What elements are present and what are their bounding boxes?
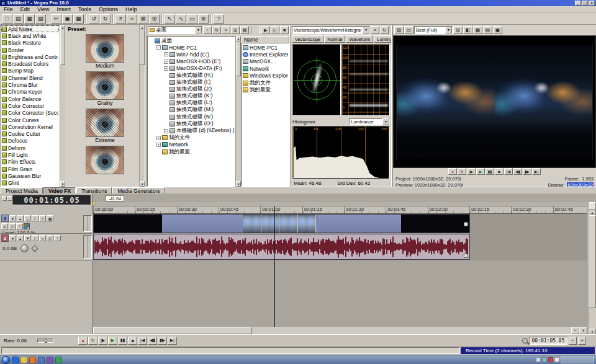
tree-expander-icon[interactable]: + — [164, 129, 168, 133]
tray-network-icon[interactable] — [542, 357, 547, 362]
histogram-mode-dropdown[interactable]: Luminance ▼ — [349, 118, 390, 125]
tree-expander-icon[interactable] — [164, 94, 168, 99]
mute-button[interactable]: ∅ — [9, 223, 16, 229]
scroll-up-icon[interactable]: ▲ — [236, 36, 241, 42]
chevron-down-icon[interactable]: ▼ — [195, 27, 202, 33]
track-fx-button[interactable]: ƒ — [32, 235, 38, 241]
properties-button[interactable]: ▧ — [35, 14, 46, 24]
loop-playback-button[interactable]: ↻ — [458, 168, 466, 175]
arm-for-record-button[interactable]: ● — [24, 235, 31, 241]
address-dropdown[interactable]: 桌面 ▼ — [148, 26, 202, 34]
tree-item[interactable]: + Network — [148, 141, 235, 148]
scroll-down-icon[interactable]: ▼ — [60, 181, 65, 187]
fx-list-item[interactable]: Convolution Kernel — [1, 123, 59, 130]
fader-handle[interactable] — [31, 245, 38, 252]
copy-button[interactable]: ▣ — [62, 14, 73, 24]
taskbar-app-purple-icon[interactable] — [47, 357, 53, 363]
file-item[interactable]: Windows Explorer — [242, 73, 289, 79]
zoom-edit-tool-button[interactable]: ⊕ — [198, 14, 209, 24]
start-preview-button[interactable]: ▶ — [261, 26, 270, 34]
fx-list-item[interactable]: Brightness and Contrast — [1, 53, 59, 60]
marker-bar[interactable] — [93, 202, 587, 206]
preview-quality-dropdown[interactable]: Best (Full) ▼ — [414, 26, 453, 34]
timecode-display[interactable]: 00:01:05.05 — [12, 195, 91, 205]
tree-item[interactable]: 我的最愛 — [148, 148, 235, 155]
edit-cursor[interactable] — [274, 206, 275, 327]
taskbar-folder-icon[interactable] — [20, 357, 27, 363]
tree-item[interactable]: 抽換式磁碟 (H:) — [148, 72, 235, 79]
preset-item[interactable]: Grainy — [86, 71, 124, 106]
fx-list-item[interactable]: Chroma Keyer — [1, 89, 59, 95]
preset-thumbnail[interactable] — [86, 146, 124, 174]
separator[interactable] — [161, 14, 163, 23]
fx-list-item[interactable]: Cookie Cutter — [1, 130, 59, 137]
menu-edit[interactable]: Edit — [17, 6, 34, 13]
redo-button[interactable]: ↻ — [100, 14, 111, 24]
tree-item[interactable]: + Win7-hdd (C:) — [148, 51, 235, 58]
ruler-mark[interactable]: 00:00:30 — [177, 206, 219, 213]
menu-insert[interactable]: Insert — [53, 6, 74, 13]
record-button[interactable]: ● — [448, 168, 457, 175]
tree-expander-icon[interactable] — [164, 73, 168, 78]
next-frame-button[interactable]: ▮▶ — [158, 337, 167, 345]
undo-button[interactable]: ↺ — [89, 14, 99, 24]
name-column-header[interactable]: Name — [242, 36, 289, 43]
play-from-start-button[interactable]: |▶ — [98, 337, 107, 345]
mute-button[interactable]: ∅ — [47, 235, 53, 241]
fx-list-item[interactable]: Color Balance — [1, 95, 59, 102]
scope-type-dropdown[interactable]: Vectorscope/Waveform/Histogram ▼ — [292, 26, 370, 34]
loop-playback-button[interactable]: ↻ — [88, 337, 97, 345]
copy-snapshot-button[interactable]: ▤ — [483, 26, 492, 34]
fx-list-item[interactable]: Black Restore — [1, 40, 59, 47]
event-fx-button[interactable] — [464, 254, 468, 258]
video-track-row[interactable] — [93, 214, 587, 234]
selection-edit-tool-button[interactable]: ▭ — [187, 14, 197, 24]
maximize-button[interactable]: ▢ — [582, 1, 588, 6]
open-button[interactable]: ▤ — [13, 14, 24, 24]
timeline-empty-area[interactable] — [93, 260, 587, 334]
previous-frame-button[interactable]: ◀▮ — [513, 168, 522, 175]
ruler-mark[interactable]: 00:01:30 — [344, 206, 386, 213]
tree-expander-icon[interactable]: + — [156, 136, 161, 140]
tree-item[interactable]: - HOME-PC1 — [148, 44, 235, 51]
track-fx-button[interactable]: ƒ — [32, 215, 38, 221]
tray-language-icon[interactable] — [554, 357, 559, 362]
scroll-down-icon[interactable]: ▼ — [236, 181, 241, 187]
fx-list-item[interactable]: Defocus — [1, 138, 59, 144]
preset-thumbnail[interactable] — [86, 71, 124, 100]
separator[interactable] — [112, 14, 114, 23]
new-folder-button[interactable]: ⊞ — [231, 26, 240, 34]
tree-item[interactable]: 抽換式磁碟 (L:) — [148, 100, 235, 107]
go-to-start-button[interactable]: |◀ — [504, 168, 513, 175]
preset-item[interactable] — [86, 146, 124, 180]
taskbar-ie-icon[interactable] — [12, 357, 19, 363]
track-motion-button[interactable]: ◇ — [24, 215, 31, 221]
fx-list-item[interactable]: Glint — [1, 180, 59, 187]
minimize-button[interactable]: _ — [575, 1, 581, 6]
menu-view[interactable]: View — [34, 6, 53, 13]
normal-edit-tool-button[interactable]: ↖ — [165, 14, 175, 24]
save-button[interactable]: ▦ — [24, 14, 35, 24]
tree-item[interactable]: + MacOSX-HDD (E:) — [148, 58, 235, 65]
play-button[interactable]: ▶ — [108, 337, 117, 345]
fx-list-scrollbar[interactable]: ▲ ▼ — [60, 25, 65, 187]
cursor-timecode[interactable]: 00:01:05.05 — [529, 337, 567, 345]
paste-button[interactable]: ▩ — [73, 14, 84, 24]
tree-expander-icon[interactable] — [164, 80, 168, 84]
tree-expander-icon[interactable] — [164, 108, 168, 112]
start-button[interactable] — [2, 356, 10, 364]
previous-frame-button[interactable]: ◀▮ — [148, 337, 157, 345]
tree-item[interactable]: + 我的文件 — [148, 135, 235, 141]
preview-on-external-monitor-button[interactable]: ▭ — [404, 26, 413, 34]
audio-track-header[interactable]: 2 ▾▴●ƒ▿∅! 0.0 dB — [0, 234, 93, 260]
file-item[interactable]: MacOSX... — [242, 58, 289, 65]
tree-expander-icon[interactable] — [164, 115, 168, 119]
ruler-mark[interactable]: 00:02:30 — [511, 206, 553, 213]
file-item[interactable]: HOME-PC1 — [242, 44, 289, 51]
tree-expander-icon[interactable] — [149, 38, 153, 43]
automation-settings-button[interactable]: ▿ — [39, 235, 46, 241]
separator[interactable] — [86, 14, 87, 23]
ruler-mark[interactable]: 00:01:15 — [302, 206, 344, 213]
minimize-track-button[interactable]: ▾ — [9, 235, 16, 241]
pause-button[interactable]: ▮▮ — [118, 337, 127, 345]
